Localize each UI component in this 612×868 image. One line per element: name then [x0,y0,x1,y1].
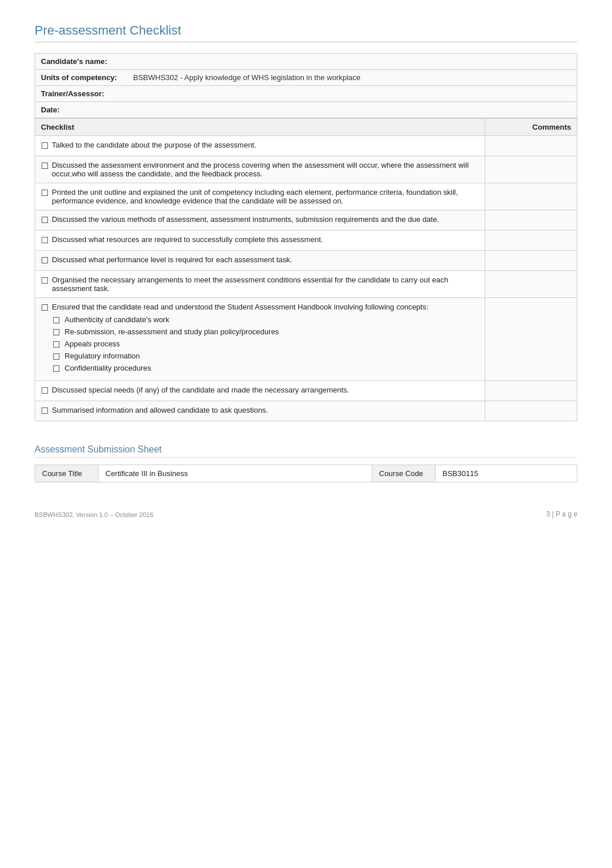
checklist-item-text: Summarised information and allowed candi… [52,406,268,414]
checklist-cell: ☐Summarised information and allowed cand… [35,401,485,421]
candidate-label: Candidate's name: [41,57,133,66]
course-code-label: Course Code [372,465,435,482]
date-row: Date: [35,102,577,118]
checkbox-icon: ☐ [41,255,48,266]
checklist-item-text: Discussed what performance level is requ… [52,255,292,264]
checklist-item-text: Ensured that the candidate read and unde… [52,303,428,311]
sub-item-text: Confidentiality procedures [65,364,151,372]
checkbox-icon: ☐ [41,215,48,225]
checklist-item-text: Printed the unit outline and explained t… [52,188,479,205]
table-row: ☐Discussed what performance level is req… [35,251,577,271]
comments-cell [485,298,577,381]
units-row: Units of competency: BSBWHS302 - Apply k… [35,70,577,86]
course-code-value: BSB30115 [435,465,577,482]
sub-item-text: Re-submission, re-assessment and study p… [65,327,279,336]
candidate-row: Candidate's name: [35,54,577,70]
course-title-value: Certificate III in Business [99,465,372,482]
date-label: Date: [41,105,133,114]
checklist-cell: ☐Talked to the candidate about the purpo… [35,136,485,156]
checklist-cell: ☐Printed the unit outline and explained … [35,183,485,210]
page-title: Pre-assessment Checklist [35,23,577,43]
checklist-item-text: Talked to the candidate about the purpos… [52,141,256,149]
table-row: ☐Discussed what resources are required t… [35,231,577,251]
comments-cell [485,271,577,298]
trainer-label: Trainer/Assessor: [41,89,133,98]
table-row: ☐Discussed the assessment environment an… [35,156,577,183]
sub-item-text: Appeals process [65,339,120,348]
checklist-cell: ☐Discussed special needs (if any) of the… [35,381,485,401]
comments-cell [485,251,577,271]
list-item: ☐Regulatory information [52,352,479,362]
units-value: BSBWHS302 - Apply knowledge of WHS legis… [133,73,361,82]
trainer-row: Trainer/Assessor: [35,86,577,102]
checklist-item-text: Discussed the assessment environment and… [52,161,479,178]
table-row: ☐Organised the necessary arrangements to… [35,271,577,298]
checkbox-icon: ☐ [41,406,48,416]
table-row: ☐Ensured that the candidate read and und… [35,298,577,381]
page-number: 3 | P a g e [546,510,577,518]
table-row: ☐Printed the unit outline and explained … [35,183,577,210]
submission-section-title: Assessment Submission Sheet [35,444,577,458]
checkbox-icon: ☐ [41,276,48,286]
submission-row: Course Title Certificate III in Business… [35,465,577,482]
comments-cell [485,183,577,210]
table-row: ☐Discussed special needs (if any) of the… [35,381,577,401]
checklist-item-text: Discussed special needs (if any) of the … [52,386,349,394]
table-row: ☐Discussed the various methods of assess… [35,210,577,231]
checklist-item-text: Discussed the various methods of assessm… [52,215,439,224]
comments-cell [485,136,577,156]
sub-checkbox-icon: ☐ [52,339,60,350]
course-title-label: Course Title [35,465,99,482]
info-section: Candidate's name: Units of competency: B… [35,53,577,118]
checkbox-icon: ☐ [41,141,48,151]
comments-cell [485,381,577,401]
sub-checkbox-icon: ☐ [52,364,60,374]
table-row: ☐Talked to the candidate about the purpo… [35,136,577,156]
checklist-cell: ☐Discussed what performance level is req… [35,251,485,271]
comments-cell [485,210,577,231]
table-row: ☐Summarised information and allowed cand… [35,401,577,421]
checklist-cell: ☐Organised the necessary arrangements to… [35,271,485,298]
list-item: ☐Authenticity of candidate's work [52,315,479,326]
comments-cell [485,156,577,183]
checkbox-icon: ☐ [41,386,48,396]
sub-checkbox-icon: ☐ [52,352,60,362]
checklist-item-text: Organised the necessary arrangements to … [52,276,479,293]
checklist-col-header: Checklist [35,119,485,136]
sub-item-text: Regulatory information [65,352,140,360]
checkbox-icon: ☐ [41,303,48,313]
comments-cell [485,401,577,421]
checkbox-icon: ☐ [41,188,48,198]
checklist-cell: ☐Discussed what resources are required t… [35,231,485,251]
checkbox-icon: ☐ [41,235,48,246]
list-item: ☐Re-submission, re-assessment and study … [52,327,479,338]
sub-checkbox-icon: ☐ [52,327,60,338]
sub-checkbox-icon: ☐ [52,315,60,326]
checkbox-icon: ☐ [41,161,48,171]
checklist-cell: ☐Ensured that the candidate read and und… [35,298,485,381]
submission-table: Course Title Certificate III in Business… [35,465,577,482]
checklist-table: Checklist Comments ☐Talked to the candid… [35,118,577,421]
comments-col-header: Comments [485,119,577,136]
checklist-cell: ☐Discussed the assessment environment an… [35,156,485,183]
footer-text: BSBWHS302, Version 1.0 – October 2016 [35,511,153,518]
sub-item-text: Authenticity of candidate's work [65,315,169,324]
checklist-item-text: Discussed what resources are required to… [52,235,323,244]
units-label: Units of competency: [41,73,133,82]
checklist-cell: ☐Discussed the various methods of assess… [35,210,485,231]
list-item: ☐Confidentiality procedures [52,364,479,374]
list-item: ☐Appeals process [52,339,479,350]
comments-cell [485,231,577,251]
